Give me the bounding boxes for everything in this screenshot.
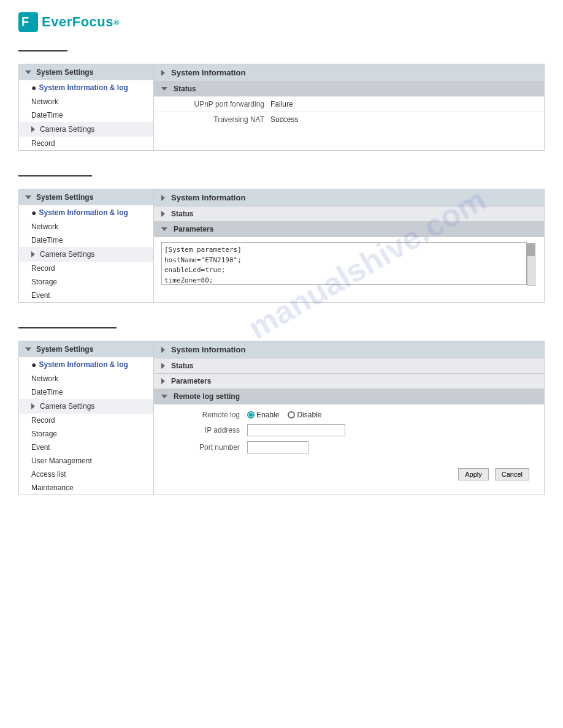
section-divider-1	[18, 50, 67, 51]
radio-disable-circle[interactable]	[288, 411, 295, 419]
sidebar-item-sysinfo-3[interactable]: ● System Information & log	[19, 357, 153, 372]
arrow-down-status-1	[161, 87, 167, 91]
sidebar-item-sysinfo-2[interactable]: ● System Information & log	[19, 205, 153, 220]
logo-text: EverFocus	[42, 14, 113, 30]
radio-disable[interactable]: Disable	[288, 411, 321, 419]
sidebar-item-accesslist-3[interactable]: Access list	[19, 468, 153, 481]
status-row-2[interactable]: Status	[154, 206, 544, 221]
radio-group-remote-log: Enable Disable	[247, 411, 321, 419]
content-header-1: System Information	[154, 64, 544, 81]
data-row-upnp: UPnP port forwarding Failure	[154, 96, 544, 112]
ip-address-input[interactable]	[247, 424, 345, 436]
panel-block-2: System Settings ● System Information & l…	[18, 189, 545, 303]
arrow-down-remotelog-3	[161, 395, 167, 398]
form-row-port: Port number	[166, 441, 532, 453]
sidebar-2: System Settings ● System Information & l…	[19, 189, 154, 302]
sidebar-item-datetime-3[interactable]: DateTime	[19, 385, 153, 399]
form-row-ip: IP address	[166, 424, 532, 436]
sidebar-item-record-3[interactable]: Record	[19, 414, 153, 427]
sidebar-item-datetime-2[interactable]: DateTime	[19, 233, 153, 247]
content-header-3: System Information	[154, 341, 544, 358]
sidebar-item-storage-2[interactable]: Storage	[19, 275, 153, 289]
remote-log-row-3[interactable]: Remote log setting	[154, 389, 544, 404]
sidebar-item-record-2[interactable]: Record	[19, 262, 153, 275]
arrow-down-icon-2	[25, 195, 31, 199]
scrollbar-thumb-2	[527, 244, 535, 256]
sidebar-item-event-2[interactable]: Event	[19, 289, 153, 302]
sidebar-camera-settings-1[interactable]: Camera Settings	[19, 122, 153, 137]
content-area-1: System Information Status UPnP port forw…	[154, 64, 544, 150]
arrow-right-icon-content-2	[161, 195, 165, 201]
bullet-icon-3: ●	[31, 360, 36, 370]
status-row-1[interactable]: Status	[154, 81, 544, 96]
status-row-3[interactable]: Status	[154, 358, 544, 373]
port-number-input[interactable]	[247, 441, 308, 453]
arrow-down-params-2	[161, 227, 167, 231]
content-area-2: System Information Status Parameters [Sy…	[154, 189, 544, 302]
panel-wrapper-2: System Settings ● System Information & l…	[18, 189, 545, 303]
radio-enable[interactable]: Enable	[247, 411, 279, 419]
sidebar-system-settings-header-3[interactable]: System Settings	[19, 341, 153, 357]
sidebar-item-record-1[interactable]: Record	[19, 137, 153, 150]
sidebar-item-maintenance-3[interactable]: Maintenance	[19, 481, 153, 495]
sidebar-3: System Settings ● System Information & l…	[19, 341, 154, 495]
parameters-row-2[interactable]: Parameters	[154, 221, 544, 237]
sidebar-item-datetime-1[interactable]: DateTime	[19, 108, 153, 122]
everfocus-logo-icon: F	[18, 12, 38, 32]
sidebar-camera-settings-3[interactable]: Camera Settings	[19, 399, 153, 414]
logo-area: F EverFocus®	[18, 12, 545, 32]
panel-block-1: System Settings ● System Information & l…	[18, 64, 545, 151]
content-area-3: System Information Status Parameters Rem…	[154, 341, 544, 495]
sidebar-item-usermgmt-3[interactable]: User Management	[19, 454, 153, 468]
bullet-icon-1: ●	[31, 83, 36, 93]
arrow-right-icon-cam-1	[31, 126, 35, 132]
form-row-remote-log: Remote log Enable Disable	[166, 411, 532, 419]
logo-trademark: ®	[113, 18, 120, 27]
parameters-row-3[interactable]: Parameters	[154, 373, 544, 389]
sidebar-item-network-1[interactable]: Network	[19, 95, 153, 108]
data-row-nat: Traversing NAT Success	[154, 112, 544, 127]
sidebar-camera-settings-2[interactable]: Camera Settings	[19, 247, 153, 262]
arrow-right-icon-content-3	[161, 347, 165, 353]
scrollbar-2[interactable]	[527, 243, 535, 286]
btn-row-3: Apply Cancel	[154, 464, 544, 485]
arrow-right-status-3	[161, 363, 165, 369]
arrow-down-icon-1	[25, 70, 31, 74]
arrow-right-params-3	[161, 378, 165, 384]
bullet-icon-2: ●	[31, 208, 36, 218]
arrow-right-icon-content-1	[161, 70, 165, 76]
params-textarea-2[interactable]: [System parameters] hostName="ETN2190"; …	[161, 242, 527, 285]
sidebar-item-sysinfo-1[interactable]: ● System Information & log	[19, 80, 153, 95]
sidebar-1: System Settings ● System Information & l…	[19, 64, 154, 150]
svg-text:F: F	[21, 15, 29, 28]
cancel-button[interactable]: Cancel	[495, 468, 529, 480]
arrow-right-icon-cam-2	[31, 251, 35, 257]
apply-button[interactable]: Apply	[458, 468, 489, 480]
content-header-2: System Information	[154, 189, 544, 206]
remote-log-form: Remote log Enable Disable	[154, 404, 544, 464]
panel-wrapper-3: System Settings ● System Information & l…	[18, 341, 545, 495]
section-divider-2	[18, 175, 92, 176]
section-divider-3	[18, 327, 117, 328]
params-area-2: [System parameters] hostName="ETN2190"; …	[154, 237, 544, 290]
sidebar-system-settings-header-2[interactable]: System Settings	[19, 189, 153, 205]
radio-enable-circle[interactable]	[247, 411, 255, 419]
panel-block-3: System Settings ● System Information & l…	[18, 341, 545, 495]
arrow-right-status-2	[161, 211, 165, 217]
sidebar-item-network-2[interactable]: Network	[19, 220, 153, 233]
sidebar-system-settings-header-1[interactable]: System Settings	[19, 64, 153, 80]
arrow-right-icon-cam-3	[31, 403, 35, 409]
sidebar-item-event-3[interactable]: Event	[19, 441, 153, 454]
arrow-down-icon-3	[25, 347, 31, 351]
sidebar-item-storage-3[interactable]: Storage	[19, 427, 153, 441]
sidebar-item-network-3[interactable]: Network	[19, 372, 153, 385]
panel-wrapper-1: System Settings ● System Information & l…	[18, 64, 545, 151]
